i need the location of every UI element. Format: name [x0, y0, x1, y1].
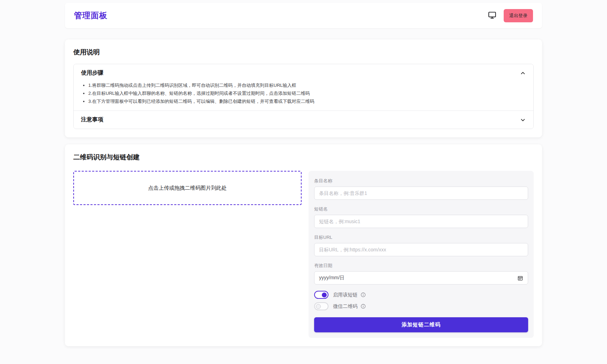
monitor-icon: [488, 10, 497, 21]
wechat-qr-toggle[interactable]: [314, 302, 328, 310]
enable-toggle-label: 启用该短链: [333, 292, 357, 298]
steps-body: 1.将群聊二维码拖动或点击上传到二维码识别区域，即可自动识别二维码，并自动填充到…: [74, 82, 533, 111]
instructions-accordion: 使用步骤 1.将群聊二维码拖动或点击上传到二维码识别区域，即可自动识别二维码，并…: [73, 64, 534, 129]
instructions-card: 使用说明 使用步骤 1.将群聊二维码拖动或点击上传到二维码识别区域，即可自动识别…: [65, 39, 542, 137]
entry-name-label: 条目名称: [314, 178, 528, 184]
display-mode-button[interactable]: [488, 10, 497, 21]
add-shortlink-button[interactable]: 添加短链二维码: [314, 317, 528, 332]
bottom-spacer: [65, 346, 542, 359]
wechat-toggle-row: 微信二维码: [314, 302, 528, 310]
usage-step-item: 3.在下方管理面板中可以看到已经添加的短链二维码，可以编辑、删除已创建的短链，并…: [88, 99, 525, 104]
creator-columns: 点击上传或拖拽二维码图片到此处 条目名称 短链名 目标URL 有效日期: [73, 171, 534, 338]
toggle-knob: [316, 304, 321, 309]
valid-date-value: yyyy/mm/日: [319, 275, 345, 281]
info-icon[interactable]: [361, 292, 366, 297]
entry-name-field: 条目名称: [314, 178, 528, 200]
instructions-heading: 使用说明: [73, 48, 534, 57]
short-name-field: 短链名: [314, 206, 528, 228]
usage-step-item: 2.在目标URL输入框中输入群聊的名称、短链的名称，选择过期时间或者不设置过期时…: [88, 91, 525, 96]
chevron-down-icon: [520, 117, 526, 123]
app-title: 管理面板: [74, 10, 108, 21]
entry-name-input[interactable]: [314, 187, 528, 200]
usage-steps-list: 1.将群聊二维码拖动或点击上传到二维码识别区域，即可自动识别二维码，并自动填充到…: [83, 83, 525, 104]
toggle-knob: [322, 293, 327, 297]
target-url-label: 目标URL: [314, 234, 528, 241]
short-name-input[interactable]: [314, 215, 528, 228]
valid-date-input[interactable]: yyyy/mm/日: [314, 271, 528, 285]
info-icon[interactable]: [361, 304, 366, 309]
page-container: 管理面板 退出登录 使用说明 使用步骤: [65, 3, 542, 359]
valid-date-field: 有效日期 yyyy/mm/日: [314, 263, 528, 285]
chevron-up-icon: [520, 70, 526, 76]
target-url-field: 目标URL: [314, 234, 528, 256]
steps-title: 使用步骤: [81, 69, 103, 77]
calendar-icon[interactable]: [517, 275, 523, 281]
creator-card: 二维码识别与短链创建 点击上传或拖拽二维码图片到此处 条目名称 短链名 目标UR…: [65, 144, 542, 346]
usage-step-item: 1.将群聊二维码拖动或点击上传到二维码识别区域，即可自动识别二维码，并自动填充到…: [88, 83, 525, 88]
target-url-input[interactable]: [314, 243, 528, 256]
creator-heading: 二维码识别与短链创建: [73, 153, 534, 162]
upload-hint-text: 点击上传或拖拽二维码图片到此处: [148, 185, 227, 191]
valid-date-label: 有效日期: [314, 263, 528, 269]
notes-title: 注意事项: [81, 116, 103, 123]
shortlink-form-panel: 条目名称 短链名 目标URL 有效日期 yyyy/mm/日: [309, 171, 534, 338]
enable-shortlink-toggle[interactable]: [314, 291, 328, 299]
header-bar: 管理面板 退出登录: [65, 3, 542, 28]
enable-toggle-row: 启用该短链: [314, 291, 528, 299]
short-name-label: 短链名: [314, 206, 528, 212]
accordion-header-steps[interactable]: 使用步骤: [74, 64, 533, 82]
accordion-header-notes[interactable]: 注意事项: [74, 111, 533, 129]
logout-button[interactable]: 退出登录: [504, 9, 533, 22]
qr-upload-dropzone[interactable]: 点击上传或拖拽二维码图片到此处: [73, 171, 302, 205]
header-actions: 退出登录: [488, 9, 533, 22]
wechat-toggle-label: 微信二维码: [333, 303, 357, 310]
